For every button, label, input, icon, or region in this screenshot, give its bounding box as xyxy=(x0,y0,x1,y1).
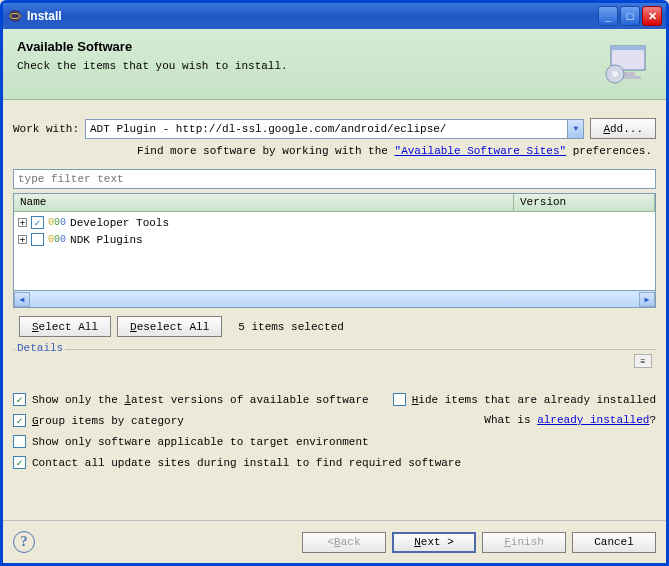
label-latest-versions: Show only the latest versions of availab… xyxy=(32,394,369,406)
svg-point-0 xyxy=(9,10,21,22)
selection-count: 5 items selected xyxy=(238,321,344,333)
close-button[interactable]: ✕ xyxy=(642,6,662,26)
category-icon: 000 xyxy=(48,234,66,245)
install-banner-icon xyxy=(602,39,652,89)
details-group: Details ≡ xyxy=(13,349,656,383)
help-button[interactable]: ? xyxy=(13,531,35,553)
maximize-button[interactable]: □ xyxy=(620,6,640,26)
details-label: Details xyxy=(15,342,65,354)
checkbox-ndk-plugins[interactable] xyxy=(31,233,44,246)
checkbox-hide-installed[interactable] xyxy=(393,393,406,406)
finish-button[interactable]: Finish xyxy=(482,532,566,553)
next-button[interactable]: Next > xyxy=(392,532,476,553)
details-toggle-icon[interactable]: ≡ xyxy=(634,354,652,368)
label-applicable-target: Show only software applicable to target … xyxy=(32,436,369,448)
scroll-right-icon[interactable]: ▶ xyxy=(639,292,655,307)
work-with-input[interactable] xyxy=(86,123,567,135)
tree-item-developer-tools[interactable]: + 000 Developer Tools xyxy=(14,214,655,231)
checkbox-developer-tools[interactable] xyxy=(31,216,44,229)
column-name[interactable]: Name xyxy=(14,194,514,211)
tree-header: Name Version xyxy=(14,194,655,212)
page-subtitle: Check the items that you wish to install… xyxy=(17,60,592,72)
scroll-left-icon[interactable]: ◀ xyxy=(14,292,30,307)
already-installed-link[interactable]: already installed xyxy=(537,414,649,426)
software-tree[interactable]: Name Version + 000 Developer Tools + 000… xyxy=(13,193,656,291)
label-group-category: Group items by category xyxy=(32,415,184,427)
deselect-all-button[interactable]: Deselect All xyxy=(117,316,222,337)
checkbox-contact-sites[interactable] xyxy=(13,456,26,469)
expander-icon[interactable]: + xyxy=(18,218,27,227)
minimize-button[interactable]: _ xyxy=(598,6,618,26)
work-with-label: Work with: xyxy=(13,123,79,135)
back-button[interactable]: < Back xyxy=(302,532,386,553)
svg-point-7 xyxy=(612,71,618,77)
checkbox-group-category[interactable] xyxy=(13,414,26,427)
filter-input[interactable] xyxy=(13,169,656,189)
tree-item-ndk-plugins[interactable]: + 000 NDK Plugins xyxy=(14,231,655,248)
window-title: Install xyxy=(27,9,62,23)
titlebar[interactable]: Install _ □ ✕ xyxy=(3,3,666,29)
eclipse-icon xyxy=(7,8,23,24)
label-contact-sites: Contact all update sites during install … xyxy=(32,457,461,469)
wizard-header: Available Software Check the items that … xyxy=(3,29,666,100)
cancel-button[interactable]: Cancel xyxy=(572,532,656,553)
checkbox-latest-versions[interactable] xyxy=(13,393,26,406)
install-dialog: Install _ □ ✕ Available Software Check t… xyxy=(0,0,669,566)
available-sites-link[interactable]: "Available Software Sites" xyxy=(395,145,567,157)
what-is-installed-text: What is already installed? xyxy=(484,414,656,426)
work-with-combo[interactable]: ▼ xyxy=(85,119,584,139)
wizard-footer: ? < Back Next > Finish Cancel xyxy=(3,520,666,563)
page-title: Available Software xyxy=(17,39,592,54)
select-all-button[interactable]: Select All xyxy=(19,316,111,337)
horizontal-scrollbar[interactable]: ◀ ▶ xyxy=(13,291,656,308)
expander-icon[interactable]: + xyxy=(18,235,27,244)
svg-rect-3 xyxy=(611,46,645,50)
category-icon: 000 xyxy=(48,217,66,228)
work-with-dropdown-icon[interactable]: ▼ xyxy=(567,120,583,138)
label-hide-installed: Hide items that are already installed xyxy=(412,394,656,406)
add-button[interactable]: Add... xyxy=(590,118,656,139)
checkbox-applicable-target[interactable] xyxy=(13,435,26,448)
find-more-text: Find more software by working with the "… xyxy=(13,145,656,157)
column-version[interactable]: Version xyxy=(514,194,655,211)
